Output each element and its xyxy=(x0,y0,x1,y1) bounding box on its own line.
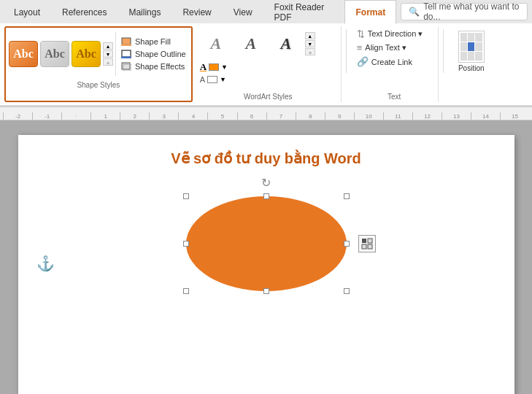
shape-fill-btn[interactable]: Shape Fill xyxy=(118,36,188,47)
shape-style-btn-1[interactable]: Abc xyxy=(9,41,38,67)
svg-rect-0 xyxy=(122,38,131,45)
ruler-mark: 14 xyxy=(471,112,500,120)
ruler-mark: 6 xyxy=(237,112,266,120)
shape-styles-group: Abc Abc Abc ▲ ▼ ⬦ Shape Fill xyxy=(4,26,193,102)
text-group: ⇅ Text Direction ▾ ≡ Align Text ▾ 🔗 Crea… xyxy=(351,26,439,102)
text-fill-arrow[interactable]: ▼ xyxy=(220,76,226,83)
text-fill-icon: A xyxy=(200,75,205,84)
rotate-handle[interactable]: ↻ xyxy=(261,176,271,190)
shape-styles-label: Shape Styles xyxy=(9,81,188,89)
handle-bottom-right[interactable] xyxy=(344,288,350,294)
ribbon-container: Layout References Mailings Review View F… xyxy=(0,0,532,107)
tab-layout[interactable]: Layout xyxy=(3,0,51,23)
ribbon-content: Abc Abc Abc ▲ ▼ ⬦ Shape Fill xyxy=(0,23,532,107)
text-fill-row: A ▼ xyxy=(200,75,336,84)
tab-review[interactable]: Review xyxy=(171,0,222,23)
wordart-scroll: ▲ ▼ ⬦ xyxy=(305,32,315,55)
shape-outline-btn[interactable]: Shape Outline xyxy=(118,48,188,60)
wordart-scroll-more[interactable]: ⬦ xyxy=(305,48,315,55)
scroll-up-btn[interactable]: ▲ xyxy=(103,42,113,50)
shape-fill-icon xyxy=(120,36,132,47)
wordart-scroll-up[interactable]: ▲ xyxy=(305,32,315,39)
position-icon xyxy=(458,31,485,63)
align-text-label: Align Text ▾ xyxy=(365,43,406,53)
ruler-mark: 8 xyxy=(296,112,325,120)
shape-fill-label: Shape Fill xyxy=(135,37,171,46)
shape-outline-label: Shape Outline xyxy=(135,50,186,58)
handle-bottom-left[interactable] xyxy=(183,288,189,294)
handle-top-center[interactable] xyxy=(263,193,269,199)
position-btn[interactable]: Position xyxy=(452,28,490,75)
svg-rect-8 xyxy=(362,244,366,249)
font-color-arrow[interactable]: ▼ xyxy=(221,63,228,71)
align-text-icon: ≡ xyxy=(357,42,363,53)
create-link-icon: 🔗 xyxy=(357,56,369,67)
ruler-mark: 12 xyxy=(412,112,442,120)
layout-options-icon[interactable] xyxy=(358,235,376,252)
ruler-mark: 10 xyxy=(354,112,383,120)
create-link-btn[interactable]: 🔗 Create Link xyxy=(355,55,433,68)
svg-rect-7 xyxy=(368,239,372,243)
shape-styles-scroll: ▲ ▼ ⬦ xyxy=(103,42,113,66)
font-color-box xyxy=(209,63,219,71)
shape-effects-label: Shape Effects xyxy=(135,62,185,71)
handle-middle-right[interactable] xyxy=(344,241,350,247)
wordart-btn-1[interactable]: A xyxy=(200,28,232,60)
shape-actions: Shape Fill Shape Outline Shape Effects xyxy=(118,36,188,72)
ruler-mark: 5 xyxy=(207,112,236,120)
anchor-icon: ⚓ xyxy=(36,255,55,272)
scroll-down-btn[interactable]: ▼ xyxy=(103,50,113,58)
svg-rect-6 xyxy=(362,239,366,243)
wordart-btn-3[interactable]: A xyxy=(270,28,302,60)
text-fill-box xyxy=(207,76,217,83)
shape-selection[interactable]: ↻ xyxy=(186,196,347,291)
create-link-label: Create Link xyxy=(371,58,412,66)
ruler: -2 -1 · 1 2 3 4 5 6 7 8 9 10 11 12 13 14… xyxy=(0,107,532,120)
shape-style-btn-2[interactable]: Abc xyxy=(40,41,69,67)
ruler-mark: 4 xyxy=(178,112,207,120)
position-group: Position xyxy=(448,26,495,102)
document-area: Vẽ sơ đồ tư duy bằng Word ⚓ ↻ xyxy=(0,120,532,394)
ruler-marks: -2 -1 · 1 2 3 4 5 6 7 8 9 10 11 12 13 14… xyxy=(0,112,532,120)
wordart-styles-label: WordArt Styles xyxy=(196,93,341,101)
tab-view[interactable]: View xyxy=(223,0,263,23)
wordart-styles-group: A A A ▲ ▼ ⬦ A ▼ A ▼ xyxy=(196,26,342,102)
handle-top-left[interactable] xyxy=(183,193,189,199)
tell-me-box[interactable]: 🔍 Tell me what you want to do... xyxy=(401,3,528,20)
document-page: Vẽ sơ đồ tư duy bằng Word ⚓ ↻ xyxy=(18,135,514,394)
tab-format[interactable]: Format xyxy=(344,0,396,24)
tab-references[interactable]: References xyxy=(51,0,117,23)
text-direction-btn[interactable]: ⇅ Text Direction ▾ xyxy=(355,28,433,40)
shape-effects-icon xyxy=(120,61,132,72)
handle-bottom-center[interactable] xyxy=(263,288,269,294)
align-text-btn[interactable]: ≡ Align Text ▾ xyxy=(355,42,433,54)
text-direction-label: Text Direction ▾ xyxy=(368,29,423,39)
handle-middle-left[interactable] xyxy=(183,241,189,247)
ruler-mark: 15 xyxy=(500,112,529,120)
position-label: Position xyxy=(458,64,485,72)
text-group-label: Text xyxy=(351,93,438,101)
ruler-mark: -1 xyxy=(32,112,61,120)
ellipse-shape[interactable] xyxy=(186,196,347,291)
shape-effects-btn[interactable]: Shape Effects xyxy=(118,61,188,72)
ruler-mark: 9 xyxy=(325,112,354,120)
wordart-buttons: A A A ▲ ▼ ⬦ xyxy=(200,28,336,60)
svg-rect-9 xyxy=(368,244,372,249)
tab-foxit[interactable]: Foxit Reader PDF xyxy=(263,0,345,23)
shape-style-btn-3[interactable]: Abc xyxy=(72,41,101,67)
font-color-icon: A xyxy=(200,61,207,73)
svg-rect-2 xyxy=(122,50,131,57)
ruler-mark: 11 xyxy=(383,112,412,120)
scroll-more-btn[interactable]: ⬦ xyxy=(103,58,113,66)
tell-me-text: Tell me what you want to do... xyxy=(423,1,520,22)
ruler-mark: 7 xyxy=(266,112,296,120)
wordart-btn-2[interactable]: A xyxy=(235,28,267,60)
document-title: Vẽ sơ đồ tư duy bằng Word xyxy=(47,150,485,167)
wordart-scroll-down[interactable]: ▼ xyxy=(305,40,315,47)
shape-outline-icon xyxy=(120,49,132,59)
font-color-row: A ▼ xyxy=(200,61,336,73)
ruler-mark: 2 xyxy=(120,112,149,120)
search-icon: 🔍 xyxy=(409,7,420,17)
handle-top-right[interactable] xyxy=(344,193,350,199)
tab-mailings[interactable]: Mailings xyxy=(117,0,171,23)
